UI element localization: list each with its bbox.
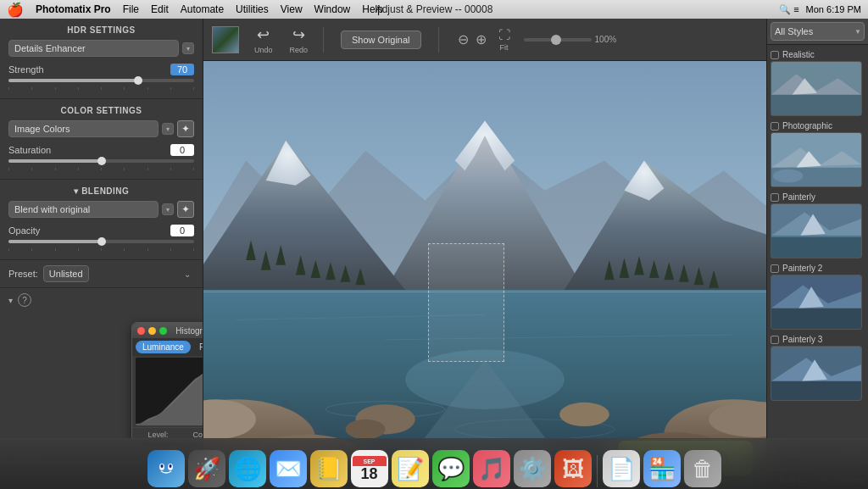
fit-icon: ⛶ [498, 28, 510, 42]
strength-slider-track[interactable] [8, 79, 194, 82]
dock-launchpad[interactable]: 🚀 [188, 450, 225, 487]
color-preset-select[interactable]: Image Colors [8, 120, 159, 137]
redo-label: Redo [290, 46, 309, 54]
style-painterly3-checkbox[interactable] [771, 336, 779, 344]
style-painterly3-name: Painterly 3 [782, 335, 822, 344]
zoom-out-button[interactable]: ⊖ [456, 30, 470, 49]
view-menu[interactable]: View [281, 3, 303, 15]
blending-section: ▾ BLENDING Blend with original ▾ ✦ Opaci… [0, 180, 203, 260]
style-painterly-checkbox[interactable] [771, 193, 779, 202]
style-painterly2-checkbox[interactable] [771, 264, 779, 273]
launchpad-icon: 🚀 [188, 450, 225, 487]
window-menu[interactable]: Window [314, 3, 351, 15]
hdr-settings-title: HDR SETTINGS [8, 25, 194, 35]
style-photographic-thumb[interactable] [771, 132, 862, 187]
hist-tab-red[interactable]: Red [192, 341, 203, 353]
style-item-realistic[interactable]: Realistic [771, 48, 865, 116]
hdr-preset-row: Details Enhancer ▾ [8, 40, 194, 57]
hist-minimize[interactable] [148, 327, 156, 335]
dock-trash[interactable]: 🗑 [684, 450, 721, 487]
hdr-settings-section: HDR SETTINGS Details Enhancer ▾ Strength… [0, 19, 203, 99]
hdr-preset-arrow[interactable]: ▾ [182, 42, 194, 54]
hist-tab-luminance[interactable]: Luminance [136, 341, 191, 353]
finder-icon [147, 450, 185, 487]
dock-safari[interactable]: 🌐 [229, 450, 266, 487]
preset-select[interactable]: Unlisted [43, 265, 89, 282]
undo-button[interactable]: ↩ Undo [249, 22, 278, 58]
disclosure-triangle[interactable]: ▾ [8, 296, 13, 305]
dock-notes[interactable]: 📒 [310, 450, 348, 487]
dock-photomatix[interactable]: 🖼 [554, 450, 592, 487]
dock-mail[interactable]: ✉️ [270, 450, 307, 487]
toolbar-sep-2 [438, 27, 439, 53]
apple-menu[interactable]: 🍎 [7, 2, 24, 18]
help-button[interactable]: ? [18, 293, 31, 307]
preview-thumbnail [212, 26, 239, 53]
trash-icon: 🗑 [684, 450, 721, 487]
hist-fullscreen[interactable] [159, 327, 167, 335]
blending-preset-select[interactable]: Blend with original [8, 201, 159, 218]
redo-button[interactable]: ↪ Redo [285, 22, 314, 58]
menu-bar-time: Mon 6:19 PM [806, 4, 861, 14]
svg-rect-45 [771, 308, 861, 329]
main-layout: HDR SETTINGS Details Enhancer ▾ Strength… [0, 19, 868, 489]
opacity-label: Opacity [8, 225, 68, 236]
style-item-photographic[interactable]: Photographic [771, 119, 865, 187]
dock-system-prefs[interactable]: ⚙️ [514, 450, 551, 487]
automate-menu[interactable]: Automate [181, 3, 224, 15]
hdr-preset-select[interactable]: Details Enhancer [8, 40, 179, 57]
style-photographic-checkbox[interactable] [771, 122, 779, 131]
style-painterly3-thumb[interactable] [771, 346, 862, 401]
strength-value[interactable]: 70 [170, 64, 194, 75]
opacity-row: Opacity 0 [8, 225, 194, 236]
color-preset-arrow[interactable]: ▾ [162, 123, 174, 135]
style-painterly-thumb[interactable] [771, 203, 862, 258]
opacity-slider-track[interactable] [8, 240, 194, 243]
blending-title: ▾ BLENDING [8, 186, 194, 196]
toolbar-sep-1 [323, 27, 324, 53]
dock-stickies[interactable]: 📝 [392, 450, 429, 487]
opacity-ticks [8, 248, 194, 251]
dock-messages[interactable]: 💬 [432, 450, 470, 487]
color-wand-button[interactable]: ✦ [177, 120, 194, 137]
style-item-painterly[interactable]: Painterly [771, 191, 865, 258]
edit-menu[interactable]: Edit [151, 3, 169, 15]
style-painterly2-thumb[interactable] [771, 275, 862, 330]
style-realistic-checkbox[interactable] [771, 51, 779, 59]
style-realistic-thumb[interactable] [771, 61, 862, 116]
center-area: ↩ Undo ↪ Redo Show Original ⊖ ⊕ ⛶ Fit 10… [203, 19, 766, 489]
zoom-in-button[interactable]: ⊕ [474, 30, 488, 49]
app-name-menu[interactable]: Photomatix Pro [36, 3, 111, 15]
dock-finder[interactable] [147, 450, 185, 487]
svg-point-36 [773, 169, 803, 183]
style-realistic-name: Realistic [782, 50, 815, 59]
dock-calendar[interactable]: SEP 18 [351, 450, 388, 487]
styles-select[interactable]: All Styles [771, 22, 865, 41]
dock-textedit[interactable]: 📄 [603, 450, 640, 487]
blending-triangle[interactable]: ▾ [74, 186, 79, 196]
style-item-painterly2[interactable]: Painterly 2 [771, 262, 865, 330]
style-painterly-label: Painterly [771, 191, 865, 203]
fit-button[interactable]: ⛶ Fit [495, 25, 514, 55]
hist-close[interactable] [137, 327, 145, 335]
saturation-value[interactable]: 0 [170, 144, 194, 156]
dock-music[interactable]: 🎵 [473, 450, 510, 487]
style-item-painterly3[interactable]: Painterly 3 [771, 333, 865, 401]
saturation-slider-track[interactable] [8, 159, 194, 163]
zoom-slider-wrap: 100% [524, 35, 617, 44]
blending-preset-arrow[interactable]: ▾ [162, 203, 174, 215]
window-title: Adjust & Preview -- 00008 [376, 3, 493, 15]
blending-wand-button[interactable]: ✦ [177, 201, 194, 218]
show-original-button[interactable]: Show Original [341, 31, 420, 49]
opacity-value[interactable]: 0 [170, 225, 194, 236]
menu-bar-icons: 🔍 ≡ [779, 4, 798, 15]
file-menu[interactable]: File [123, 3, 139, 15]
utilities-menu[interactable]: Utilities [236, 3, 269, 15]
blending-preset-row: Blend with original ▾ ✦ [8, 201, 194, 218]
zoom-slider[interactable] [524, 38, 592, 42]
toolbar: ↩ Undo ↪ Redo Show Original ⊖ ⊕ ⛶ Fit 10… [203, 19, 766, 61]
menu-bar-right: 🔍 ≡ Mon 6:19 PM [779, 4, 861, 15]
fit-label: Fit [500, 43, 509, 52]
dock-app-store[interactable]: 🏪 [643, 450, 681, 487]
undo-label: Undo [254, 46, 273, 54]
